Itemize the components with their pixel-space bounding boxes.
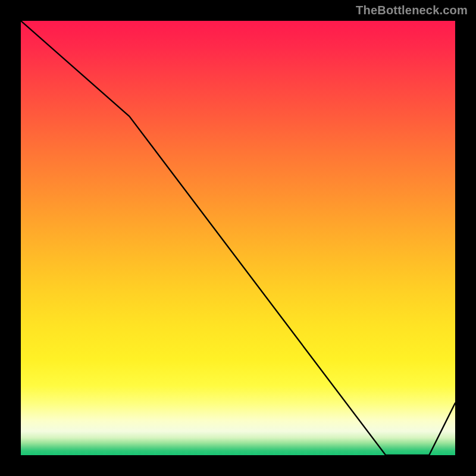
chart-frame: TheBottleneck.com bbox=[0, 0, 476, 476]
curve-path bbox=[21, 21, 455, 455]
bottleneck-curve bbox=[21, 21, 455, 455]
watermark-text: TheBottleneck.com bbox=[356, 4, 468, 17]
plot-area bbox=[21, 21, 455, 455]
